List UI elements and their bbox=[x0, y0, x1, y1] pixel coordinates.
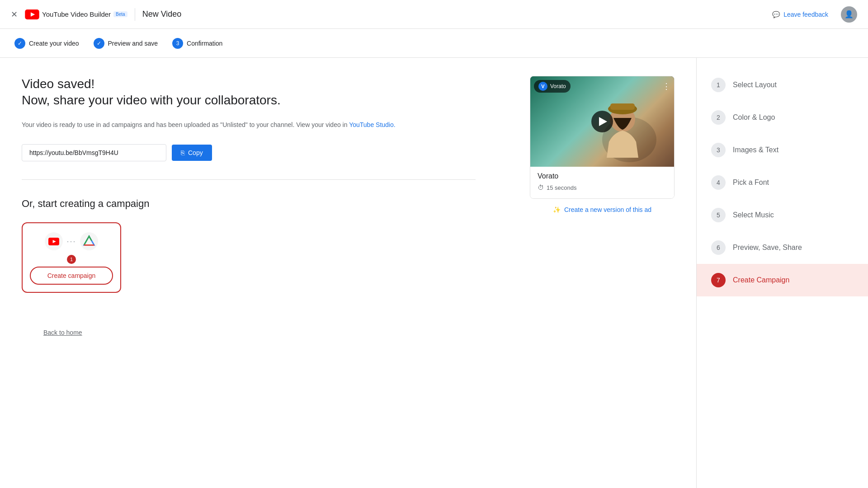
sidebar-item-select-layout[interactable]: 1 Select Layout bbox=[697, 69, 868, 101]
notification-badge: 1 bbox=[67, 255, 76, 264]
google-ads-svg bbox=[83, 235, 95, 248]
right-sidebar: 1 Select Layout 2 Color & Logo 3 Images … bbox=[696, 58, 868, 488]
copy-icon: ⎘ bbox=[181, 149, 184, 156]
step-3-label: Confirmation bbox=[187, 40, 222, 47]
step-1[interactable]: ✓ Create your video bbox=[14, 38, 79, 49]
channel-name: Vorato bbox=[550, 83, 566, 89]
step-3-circle: 3 bbox=[172, 38, 183, 49]
yt-icon-circle bbox=[45, 232, 63, 250]
step-3[interactable]: 3 Confirmation bbox=[172, 38, 222, 49]
sidebar-number-4: 4 bbox=[711, 175, 726, 190]
sidebar-label-2: Color & Logo bbox=[733, 113, 775, 122]
url-copy-row: ⎘ Copy bbox=[22, 144, 476, 161]
sidebar-item-create-campaign[interactable]: 7 Create Campaign bbox=[697, 264, 868, 296]
create-campaign-button[interactable]: Create campaign bbox=[30, 267, 113, 285]
step-2-circle: ✓ bbox=[94, 38, 104, 49]
header-right: 💬 Leave feedback 👤 bbox=[767, 6, 857, 23]
video-url-input[interactable] bbox=[22, 144, 166, 161]
feedback-icon: 💬 bbox=[772, 11, 780, 18]
video-preview-panel: V Vorato ⋮ Vorato ⏱ bbox=[530, 76, 675, 293]
video-card: V Vorato ⋮ Vorato ⏱ bbox=[530, 76, 675, 199]
main-layout: Video saved! Now, share your video with … bbox=[0, 58, 868, 488]
header-divider bbox=[135, 8, 135, 21]
yt-small-icon bbox=[48, 238, 59, 245]
description-text: Your video is ready to use in ad campaig… bbox=[22, 120, 476, 130]
section-divider bbox=[22, 179, 476, 180]
video-card-title: Vorato bbox=[538, 172, 667, 180]
video-info: Vorato ⏱ 15 seconds bbox=[530, 167, 674, 198]
campaign-card: ··· 1 bbox=[22, 222, 121, 293]
channel-icon: V bbox=[538, 82, 547, 91]
copy-label: Copy bbox=[188, 149, 203, 156]
feedback-label: Leave feedback bbox=[783, 11, 828, 18]
sidebar-label-4: Pick a Font bbox=[733, 178, 769, 187]
sidebar-label-5: Select Music bbox=[733, 211, 774, 219]
copy-button[interactable]: ⎘ Copy bbox=[172, 145, 212, 161]
beta-badge: Beta bbox=[113, 11, 127, 17]
campaign-logos: ··· bbox=[45, 232, 98, 250]
create-new-label: Create a new version of this ad bbox=[564, 206, 651, 213]
sidebar-label-6: Preview, Save, Share bbox=[733, 244, 802, 252]
close-button[interactable]: ✕ bbox=[11, 9, 18, 19]
create-new-icon: ✨ bbox=[553, 206, 561, 213]
svg-rect-7 bbox=[610, 103, 635, 110]
video-saved-title: Video saved! Now, share your video with … bbox=[22, 76, 476, 109]
channel-badge: V Vorato bbox=[534, 80, 571, 93]
sidebar-number-6: 6 bbox=[711, 240, 726, 255]
video-duration: ⏱ 15 seconds bbox=[538, 184, 667, 191]
back-footer: Back to home bbox=[22, 320, 675, 345]
sidebar-number-3: 3 bbox=[711, 143, 726, 157]
google-ads-icon bbox=[80, 232, 98, 250]
sidebar-item-preview-save[interactable]: 6 Preview, Save, Share bbox=[697, 231, 868, 264]
sidebar-label-7: Create Campaign bbox=[733, 276, 789, 284]
sidebar-number-2: 2 bbox=[711, 110, 726, 125]
youtube-logo: YouTube Video Builder Beta bbox=[25, 9, 127, 19]
sidebar-number-1: 1 bbox=[711, 78, 726, 92]
video-overlay-top: V Vorato ⋮ bbox=[534, 80, 670, 93]
sidebar-item-select-music[interactable]: 5 Select Music bbox=[697, 199, 868, 231]
feedback-button[interactable]: 💬 Leave feedback bbox=[767, 7, 834, 22]
content-row: Video saved! Now, share your video with … bbox=[22, 76, 675, 293]
step-2[interactable]: ✓ Preview and save bbox=[94, 38, 158, 49]
logo-text: YouTube Video Builder bbox=[42, 10, 111, 18]
play-button[interactable] bbox=[591, 111, 613, 132]
description-body: Your video is ready to use in ad campaig… bbox=[22, 121, 348, 128]
avatar-initial: 👤 bbox=[844, 10, 854, 19]
more-options-icon[interactable]: ⋮ bbox=[662, 81, 670, 91]
page-title: New Video bbox=[142, 9, 182, 19]
play-triangle-icon bbox=[599, 117, 607, 126]
sidebar-item-pick-font[interactable]: 4 Pick a Font bbox=[697, 166, 868, 199]
sidebar-label-1: Select Layout bbox=[733, 81, 777, 89]
app-header: ✕ YouTube Video Builder Beta New Video 💬… bbox=[0, 0, 868, 29]
title-line2: Now, share your video with your collabor… bbox=[22, 93, 281, 107]
back-to-home-link[interactable]: Back to home bbox=[22, 320, 675, 345]
sidebar-label-3: Images & Text bbox=[733, 146, 778, 154]
sidebar-item-color-logo[interactable]: 2 Color & Logo bbox=[697, 101, 868, 134]
step-1-label: Create your video bbox=[29, 40, 79, 47]
clock-icon: ⏱ bbox=[538, 184, 544, 191]
step-1-circle: ✓ bbox=[14, 38, 25, 49]
app-logo: YouTube Video Builder Beta bbox=[25, 9, 127, 19]
duration-text: 15 seconds bbox=[547, 184, 577, 191]
title-line1: Video saved! bbox=[22, 77, 94, 91]
youtube-logo-icon bbox=[25, 9, 39, 19]
sidebar-number-7: 7 bbox=[711, 273, 726, 287]
campaign-section-title: Or, start creating a campaign bbox=[22, 198, 476, 210]
create-new-version-link[interactable]: ✨ Create a new version of this ad bbox=[530, 206, 675, 213]
sidebar-item-images-text[interactable]: 3 Images & Text bbox=[697, 134, 868, 166]
dots-icon: ··· bbox=[66, 237, 76, 246]
youtube-studio-link[interactable]: YouTube Studio. bbox=[349, 121, 396, 128]
content-area: Video saved! Now, share your video with … bbox=[0, 58, 696, 488]
stepper: ✓ Create your video ✓ Preview and save 3… bbox=[0, 29, 868, 58]
user-avatar[interactable]: 👤 bbox=[841, 6, 857, 23]
sidebar-number-5: 5 bbox=[711, 208, 726, 222]
video-thumbnail: V Vorato ⋮ bbox=[530, 76, 674, 167]
step-2-label: Preview and save bbox=[108, 40, 158, 47]
left-content: Video saved! Now, share your video with … bbox=[22, 76, 476, 293]
